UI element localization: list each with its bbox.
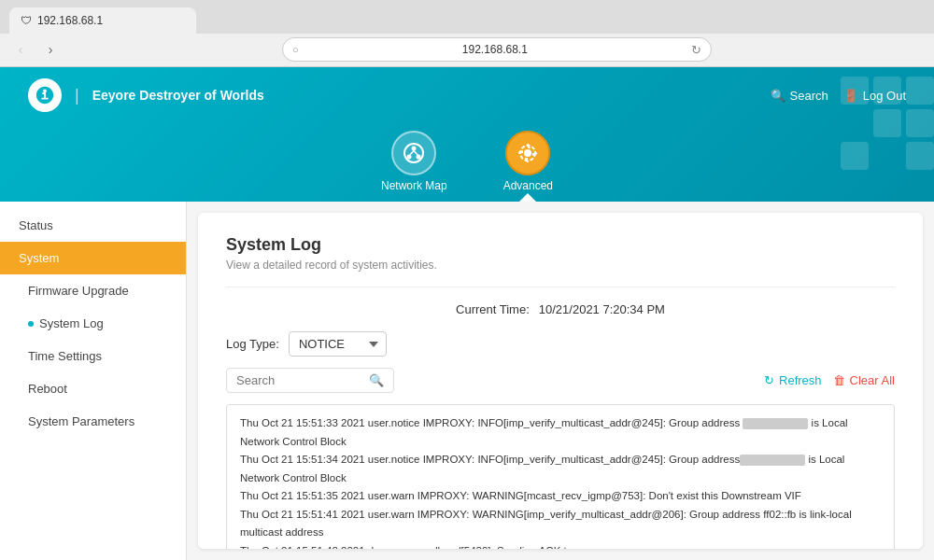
current-time-value: 10/21/2021 7:20:34 PM [539, 302, 665, 316]
log-line: Thu Oct 21 15:51:34 2021 user.notice IMP… [240, 451, 881, 487]
svg-point-10 [417, 155, 421, 160]
sidebar-label-firmware: Firmware Upgrade [28, 284, 129, 298]
sidebar: Status System Firmware Upgrade System Lo… [0, 202, 187, 560]
sidebar-label-time: Time Settings [28, 349, 102, 363]
svg-line-12 [414, 151, 417, 156]
address-text: 192.168.68.1 [304, 43, 686, 56]
sidebar-item-reboot[interactable]: Reboot [0, 372, 186, 405]
main-content: Status System Firmware Upgrade System Lo… [0, 202, 934, 560]
svg-rect-3 [873, 109, 901, 137]
clear-label: Clear All [850, 373, 895, 387]
header-pattern [766, 67, 934, 202]
log-type-row: Log Type: NOTICE WARNING ERROR INFO ALL [226, 331, 387, 357]
svg-line-11 [410, 151, 414, 156]
refresh-label: Refresh [779, 373, 822, 387]
refresh-button[interactable]: ↻ Refresh [764, 373, 822, 387]
browser-chrome: 🛡 192.168.68.1 ‹ › ○ 192.168.68.1 ↻ [0, 0, 934, 67]
search-box[interactable]: 🔍 [226, 368, 394, 393]
sidebar-label-system: System [19, 251, 59, 265]
tab-network-map[interactable]: Network Map [381, 131, 447, 202]
log-line: Thu Oct 21 15:51:33 2021 user.notice IMP… [240, 414, 881, 451]
log-line: Thu Oct 21 15:51:42 2021 daemon.err udhc… [240, 542, 881, 549]
clear-icon: 🗑 [833, 373, 845, 387]
redacted-value [743, 418, 808, 429]
log-content: Thu Oct 21 15:51:33 2021 user.notice IMP… [226, 404, 895, 549]
browser-toolbar: ‹ › ○ 192.168.68.1 ↻ [0, 34, 934, 67]
svg-rect-4 [906, 109, 934, 137]
device-name: Eeyore Destroyer of Worlds [92, 88, 264, 103]
app-header: | Eeyore Destroyer of Worlds 🔍 Search 🚪 … [0, 67, 934, 202]
address-bar[interactable]: ○ 192.168.68.1 ↻ [282, 37, 712, 62]
sidebar-label-status: Status [19, 218, 53, 232]
logo-area: | Eeyore Destroyer of Worlds [28, 78, 264, 112]
tab-favicon: 🛡 [21, 14, 32, 27]
advanced-label: Advanced [503, 179, 553, 192]
network-map-label: Network Map [381, 179, 447, 192]
app-container: | Eeyore Destroyer of Worlds 🔍 Search 🚪 … [0, 67, 934, 560]
back-button[interactable]: ‹ [9, 38, 32, 61]
search-icon: 🔍 [369, 373, 384, 387]
forward-button[interactable]: › [39, 38, 62, 61]
log-type-select[interactable]: NOTICE WARNING ERROR INFO ALL [289, 331, 387, 357]
svg-rect-1 [873, 77, 901, 105]
tab-advanced[interactable]: Advanced [503, 131, 553, 202]
sidebar-label-reboot: Reboot [28, 382, 67, 396]
tab-title: 192.168.68.1 [37, 14, 103, 27]
svg-point-9 [407, 155, 412, 160]
svg-rect-5 [906, 142, 934, 170]
content-area: System Log View a detailed record of sys… [198, 213, 923, 549]
dot-icon [28, 321, 34, 327]
svg-point-13 [524, 149, 531, 157]
sidebar-label-params: System Parameters [28, 414, 134, 428]
page-subtitle: View a detailed record of system activit… [226, 259, 895, 287]
action-buttons: ↻ Refresh 🗑 Clear All [764, 373, 895, 387]
clear-all-button[interactable]: 🗑 Clear All [833, 373, 895, 387]
svg-rect-2 [906, 77, 934, 105]
redacted-value [740, 455, 805, 466]
current-time-row: Current Time: 10/21/2021 7:20:34 PM [226, 302, 895, 316]
sidebar-item-params[interactable]: System Parameters [0, 405, 186, 438]
svg-point-8 [412, 147, 417, 151]
sidebar-item-system-log[interactable]: System Log [0, 307, 186, 340]
logo-divider: | [75, 86, 79, 105]
address-bar-container: ○ 192.168.68.1 ↻ [69, 37, 925, 62]
sidebar-item-system[interactable]: System [0, 242, 186, 274]
reload-icon: ↻ [691, 43, 701, 57]
search-input[interactable] [236, 373, 363, 387]
sidebar-item-firmware[interactable]: Firmware Upgrade [0, 274, 186, 307]
network-map-icon [391, 131, 436, 175]
log-type-label: Log Type: [226, 337, 279, 351]
sidebar-item-status[interactable]: Status [0, 209, 186, 242]
tplink-logo [28, 78, 62, 112]
browser-tabs: 🛡 192.168.68.1 [0, 0, 934, 34]
svg-rect-6 [841, 142, 869, 170]
advanced-icon [505, 131, 550, 175]
log-line: Thu Oct 21 15:51:35 2021 user.warn IMPRO… [240, 487, 881, 506]
sidebar-item-time[interactable]: Time Settings [0, 340, 186, 372]
page-title: System Log [226, 235, 895, 255]
sidebar-label-system-log: System Log [39, 316, 104, 330]
controls-row: Log Type: NOTICE WARNING ERROR INFO ALL [226, 331, 895, 357]
log-line: Thu Oct 21 15:51:41 2021 user.warn IMPRO… [240, 506, 881, 542]
lock-icon: ○ [292, 44, 299, 55]
browser-tab[interactable]: 🛡 192.168.68.1 [9, 7, 196, 34]
svg-rect-0 [841, 77, 869, 105]
current-time-label: Current Time: [456, 302, 530, 316]
refresh-icon: ↻ [764, 373, 774, 387]
